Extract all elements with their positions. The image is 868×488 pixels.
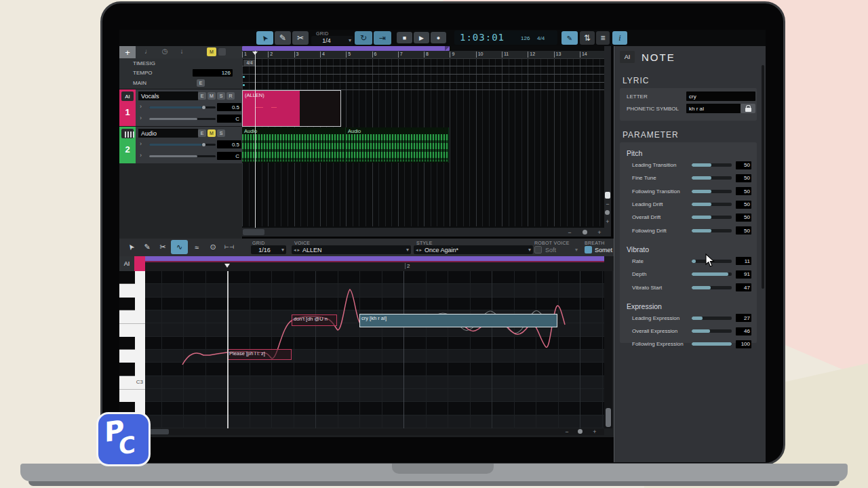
prev-icon[interactable]: ◂	[294, 247, 296, 253]
zoom-out-icon[interactable]: −	[566, 229, 573, 236]
pan-value[interactable]: C	[217, 152, 241, 160]
parameter-value[interactable]: 50	[736, 187, 751, 195]
vocal-clip[interactable]: (ALLEN)	[242, 90, 341, 127]
expand-icon[interactable]: ›	[140, 115, 142, 121]
editor-vertical-scrollbar[interactable]	[604, 271, 612, 428]
note-dont[interactable]: don't [dh @U n	[292, 314, 337, 326]
track-mute-button[interactable]: M	[208, 92, 216, 100]
track-vocals[interactable]: AI 1 Vocals E M S R › 0.5 › C	[119, 89, 242, 127]
track-audio[interactable]: 2 Audio E M S › 0.5 › C	[119, 126, 242, 164]
time-display[interactable]: 1:03:01 126 4/4	[454, 30, 557, 45]
parameter-value[interactable]: 100	[736, 340, 751, 348]
zoom-out-icon[interactable]: −	[564, 428, 570, 435]
play-button[interactable]: ▶	[414, 32, 429, 43]
parameter-slider[interactable]	[692, 286, 732, 289]
loop-range-bar[interactable]	[242, 46, 450, 51]
expand-icon[interactable]: ›	[140, 152, 142, 159]
track-mute-button[interactable]: M	[208, 129, 216, 137]
parameter-value[interactable]: 50	[736, 226, 751, 235]
wave-tool-button[interactable]: ≈	[189, 240, 204, 254]
parameter-slider[interactable]	[692, 272, 732, 276]
voice-select[interactable]: ◂ ▸ ALLEN ▾	[292, 245, 411, 254]
letter-input[interactable]: cry	[686, 92, 755, 101]
zoom-in-icon[interactable]: +	[604, 218, 611, 225]
grid-select[interactable]: 1/4 ▾	[311, 36, 353, 45]
parameter-slider[interactable]	[692, 329, 732, 333]
black-key[interactable]	[119, 337, 135, 350]
note-cry-selected[interactable]: cry [kh r aI]	[359, 314, 557, 327]
pan-slider[interactable]	[149, 118, 216, 120]
pitch-curve-tool-button[interactable]: ∿	[171, 240, 188, 254]
parameter-value[interactable]: 50	[736, 174, 751, 182]
note-please[interactable]: Please [ph l i: z]	[227, 349, 292, 360]
robot-voice-value[interactable]: Soft	[545, 247, 556, 253]
pencil-tool-button[interactable]: ✎	[275, 31, 291, 45]
parameter-value[interactable]: 50	[736, 201, 751, 209]
arrow-tool-button[interactable]: ➤	[256, 31, 273, 45]
black-key[interactable]	[119, 363, 135, 375]
zoom-knob[interactable]	[578, 429, 583, 434]
editor-grid-select[interactable]: 1/16 ▾	[251, 245, 286, 254]
header-extra-button[interactable]	[218, 48, 226, 56]
volume-value[interactable]: 0.5	[217, 140, 241, 148]
robot-voice-checkbox[interactable]	[534, 246, 542, 253]
piano-roll-grid[interactable]: Please [ph l i: z] don't [dh @U n cry [k…	[145, 271, 604, 428]
scroll-thumb[interactable]	[605, 192, 610, 199]
scroll-thumb[interactable]	[243, 229, 264, 235]
parameter-slider[interactable]	[692, 317, 732, 320]
track-solo-button[interactable]: S	[217, 92, 225, 100]
tempo-field[interactable]: 126	[193, 69, 233, 77]
breath-checkbox[interactable]	[585, 246, 592, 253]
record-button[interactable]: ●	[431, 32, 446, 43]
autopunch-button[interactable]: ⇥	[374, 31, 391, 45]
panel-scrollbar[interactable]	[762, 65, 764, 289]
parameter-slider[interactable]	[692, 190, 732, 193]
editor-loop-bar[interactable]	[145, 256, 604, 261]
breath-value[interactable]: Somet	[595, 247, 612, 253]
zoom-knob[interactable]	[583, 230, 587, 235]
volume-slider[interactable]	[149, 144, 216, 146]
zoom-knob[interactable]	[605, 210, 610, 215]
pan-value[interactable]: C	[217, 115, 241, 123]
parameter-value[interactable]: 27	[736, 314, 751, 322]
editor-horizontal-scrollbar[interactable]: − +	[145, 428, 604, 435]
parameter-value[interactable]: 91	[736, 270, 751, 279]
parameter-slider[interactable]	[692, 203, 732, 206]
next-icon[interactable]: ▸	[298, 247, 300, 253]
zoom-in-icon[interactable]: +	[591, 428, 598, 435]
playhead[interactable]	[227, 271, 229, 428]
metronome-icon[interactable]: ◷	[158, 47, 172, 57]
track-solo-button[interactable]: S	[217, 129, 225, 137]
master-mute-button[interactable]: M	[207, 47, 216, 56]
track-name[interactable]: Audio	[138, 129, 198, 138]
phonetic-lock-button[interactable]	[741, 104, 755, 113]
parameter-value[interactable]: 11	[736, 257, 751, 265]
monitor-icon[interactable]: ↓	[175, 47, 189, 57]
note-icon[interactable]: ♩	[141, 47, 155, 57]
audio-clip[interactable]: Audio	[346, 127, 449, 163]
parameter-value[interactable]: 50	[736, 214, 751, 222]
main-edit-button[interactable]: E	[197, 79, 205, 87]
parameter-slider[interactable]	[692, 229, 732, 232]
stop-button[interactable]: ■	[397, 32, 412, 43]
expand-icon[interactable]: ›	[140, 103, 142, 110]
parameter-slider[interactable]	[692, 216, 732, 219]
playhead[interactable]	[255, 51, 256, 228]
loop-button[interactable]: ↻	[355, 31, 372, 45]
editor-ruler[interactable]: AI 2	[119, 256, 614, 271]
playhead-marker-icon[interactable]	[252, 52, 258, 55]
prev-icon[interactable]: ◂	[416, 247, 418, 253]
audio-clip[interactable]: Audio	[242, 127, 346, 163]
zoom-in-icon[interactable]: +	[596, 229, 603, 236]
arrange-ruler[interactable]: 1234567891011121314	[242, 51, 604, 59]
edit-view-button[interactable]: ✎	[561, 31, 578, 45]
parameter-slider[interactable]	[692, 163, 732, 167]
black-key[interactable]	[119, 271, 135, 284]
black-key[interactable]	[119, 298, 135, 310]
parameter-value[interactable]: 47	[736, 283, 751, 291]
add-track-button[interactable]: +	[119, 46, 136, 58]
zoom-out-icon[interactable]: −	[604, 201, 611, 207]
parameter-value[interactable]: 50	[736, 161, 751, 169]
volume-knob[interactable]	[202, 106, 205, 109]
clip-tab-label[interactable]: AI	[119, 256, 134, 271]
